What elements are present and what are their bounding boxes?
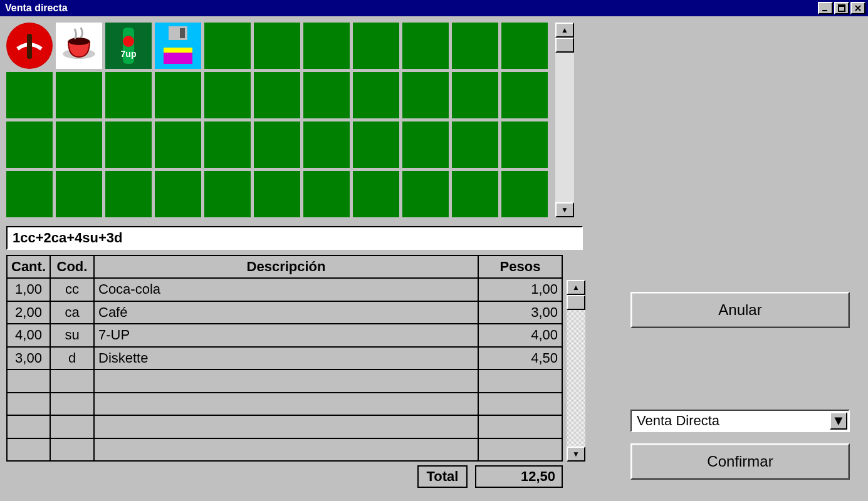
product-empty-slot[interactable] <box>155 121 201 168</box>
maximize-button[interactable] <box>834 2 849 14</box>
product-empty-slot[interactable] <box>402 23 449 69</box>
svg-point-7 <box>68 38 90 45</box>
header-desc: Descripción <box>94 256 478 278</box>
product-coffee[interactable] <box>56 23 102 69</box>
table-row-empty[interactable] <box>7 415 562 438</box>
cell-price: 1,00 <box>478 278 562 301</box>
scroll-track[interactable] <box>555 38 574 202</box>
items-area: Cant. Cod. Descripción Pesos 1,00ccCoca-… <box>6 255 589 462</box>
cell-code: su <box>50 324 94 347</box>
product-empty-slot[interactable] <box>254 121 300 168</box>
product-coke[interactable] <box>6 23 53 69</box>
table-row-empty[interactable] <box>7 369 562 393</box>
items-scrollbar[interactable]: ▲ ▼ <box>567 280 585 462</box>
product-empty-slot[interactable] <box>105 171 152 217</box>
header-qty: Cant. <box>7 256 50 278</box>
product-empty-slot[interactable] <box>254 23 300 69</box>
svg-rect-4 <box>27 34 32 59</box>
product-empty-slot[interactable] <box>204 72 251 118</box>
product-grid: 7up <box>6 23 552 217</box>
product-empty-slot[interactable] <box>353 121 399 168</box>
table-row-empty[interactable] <box>7 438 562 462</box>
total-value: 12,50 <box>475 465 563 488</box>
product-scrollbar[interactable]: ▲ ▼ <box>555 23 574 217</box>
minimize-button[interactable] <box>818 2 833 14</box>
table-row[interactable]: 1,00ccCoca-cola1,00 <box>7 278 562 301</box>
product-empty-slot[interactable] <box>353 171 399 217</box>
product-empty-slot[interactable] <box>105 72 152 118</box>
product-empty-slot[interactable] <box>6 171 53 217</box>
product-empty-slot[interactable] <box>254 171 300 217</box>
header-price: Pesos <box>478 256 562 278</box>
cell-desc: Café <box>94 301 478 324</box>
product-empty-slot[interactable] <box>6 72 53 118</box>
product-empty-slot[interactable] <box>452 121 498 168</box>
product-empty-slot[interactable] <box>402 171 449 217</box>
product-empty-slot[interactable] <box>452 72 498 118</box>
cell-price: 4,50 <box>478 347 562 370</box>
scroll-up-icon[interactable]: ▲ <box>555 23 574 38</box>
table-header-row: Cant. Cod. Descripción Pesos <box>7 256 562 278</box>
cell-qty: 4,00 <box>7 324 50 347</box>
header-code: Cod. <box>50 256 94 278</box>
product-empty-slot[interactable] <box>56 171 102 217</box>
product-empty-slot[interactable] <box>353 23 399 69</box>
svg-rect-0 <box>822 10 827 11</box>
table-row[interactable]: 2,00caCafé3,00 <box>7 301 562 324</box>
total-label: Total <box>417 465 468 488</box>
scroll-down-icon[interactable]: ▼ <box>555 202 574 217</box>
product-empty-slot[interactable] <box>254 72 300 118</box>
product-empty-slot[interactable] <box>155 72 201 118</box>
table-row[interactable]: 4,00su7-UP4,00 <box>7 324 562 347</box>
svg-rect-2 <box>839 5 845 7</box>
product-empty-slot[interactable] <box>501 171 548 217</box>
total-row: Total 12,50 <box>6 465 563 488</box>
anular-button[interactable]: Anular <box>630 292 850 328</box>
product-empty-slot[interactable] <box>204 121 251 168</box>
cell-price: 4,00 <box>478 324 562 347</box>
product-empty-slot[interactable] <box>105 121 152 168</box>
cell-price: 3,00 <box>478 301 562 324</box>
product-empty-slot[interactable] <box>303 23 350 69</box>
product-empty-slot[interactable] <box>501 23 548 69</box>
close-button[interactable] <box>850 2 865 14</box>
scroll-up-icon[interactable]: ▲ <box>567 280 585 295</box>
product-empty-slot[interactable] <box>56 72 102 118</box>
product-empty-slot[interactable] <box>6 121 53 168</box>
product-empty-slot[interactable] <box>402 121 449 168</box>
product-empty-slot[interactable] <box>155 171 201 217</box>
window-controls <box>818 2 865 14</box>
product-empty-slot[interactable] <box>303 121 350 168</box>
confirmar-button[interactable]: Confirmar <box>630 443 850 480</box>
cell-desc: Diskette <box>94 347 478 370</box>
product-empty-slot[interactable] <box>303 171 350 217</box>
sale-type-value: Venta Directa <box>637 413 830 429</box>
scroll-track[interactable] <box>567 295 585 447</box>
product-empty-slot[interactable] <box>56 121 102 168</box>
product-empty-slot[interactable] <box>501 121 548 168</box>
product-empty-slot[interactable] <box>452 171 498 217</box>
table-row[interactable]: 3,00dDiskette4,50 <box>7 347 562 370</box>
product-grid-area: 7up ▲ ▼ <box>6 23 583 217</box>
scroll-thumb[interactable] <box>567 295 585 310</box>
window-title: Venta directa <box>5 3 818 14</box>
product-empty-slot[interactable] <box>204 171 251 217</box>
scroll-thumb[interactable] <box>555 38 574 53</box>
product-sevenup[interactable]: 7up <box>105 23 152 69</box>
side-panel: Anular Venta Directa ▼ Confirmar <box>630 292 850 480</box>
sale-type-dropdown[interactable]: Venta Directa ▼ <box>630 410 850 432</box>
table-row-empty[interactable] <box>7 393 562 416</box>
scroll-down-icon[interactable]: ▼ <box>567 447 585 462</box>
cell-code: ca <box>50 301 94 324</box>
product-diskette[interactable] <box>155 23 201 69</box>
cell-desc: Coca-cola <box>94 278 478 301</box>
command-input[interactable] <box>6 226 583 250</box>
product-empty-slot[interactable] <box>353 72 399 118</box>
product-empty-slot[interactable] <box>501 72 548 118</box>
svg-point-10 <box>123 36 134 47</box>
product-empty-slot[interactable] <box>303 72 350 118</box>
product-empty-slot[interactable] <box>204 23 251 69</box>
product-empty-slot[interactable] <box>452 23 498 69</box>
chevron-down-icon[interactable]: ▼ <box>830 412 847 430</box>
product-empty-slot[interactable] <box>402 72 449 118</box>
